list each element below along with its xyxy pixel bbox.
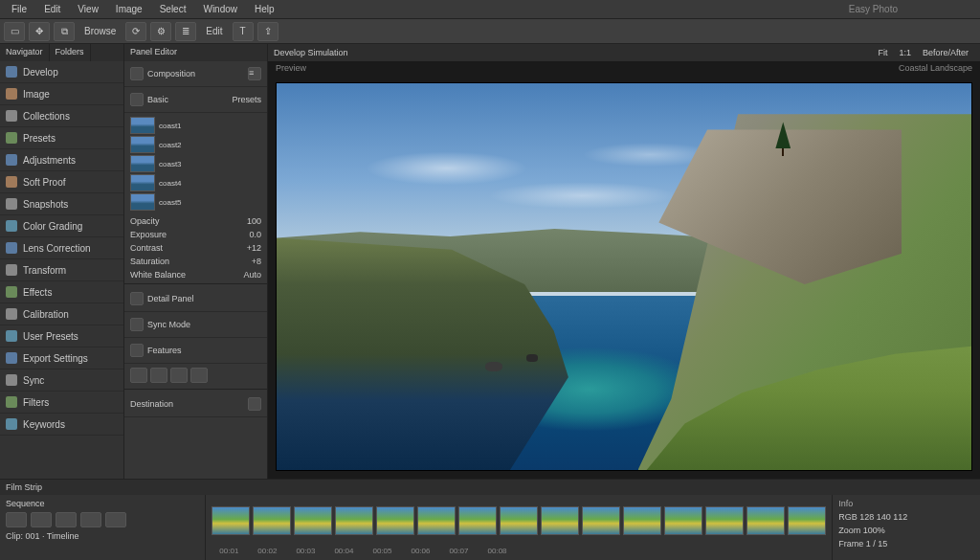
sidebar-item-user-presets[interactable]: User Presets — [0, 325, 123, 347]
timecode-label: 00:07 — [450, 547, 469, 560]
menu-select[interactable]: Select — [152, 2, 194, 16]
sidebar-item-export-settings[interactable]: Export Settings — [0, 347, 123, 370]
prop-row-contrast[interactable]: Contrast+12 — [124, 241, 267, 255]
menubar: File Edit View Image Select Window Help … — [0, 0, 980, 19]
tool-text[interactable]: T — [233, 22, 254, 41]
panel-btn-1[interactable] — [130, 368, 147, 383]
preset-thumb-coast1[interactable] — [130, 117, 155, 134]
tool-export[interactable]: ⇪ — [257, 22, 278, 41]
sidebar-item-develop[interactable]: Develop — [0, 61, 123, 83]
preset-thumb-coast5[interactable] — [130, 193, 155, 211]
filmstrip-frame[interactable] — [788, 506, 826, 535]
sidebar-item-sync[interactable]: Sync — [0, 370, 123, 392]
sidebar-item-soft-proof[interactable]: Soft Proof — [0, 171, 123, 193]
adjust-icon — [6, 154, 17, 166]
seq-grid-button[interactable] — [105, 512, 126, 527]
sidebar-item-snapshots[interactable]: Snapshots — [0, 193, 123, 215]
sidebar-item-image[interactable]: Image — [0, 83, 123, 105]
rock-layer-1 — [485, 362, 502, 371]
tool-layers[interactable]: ≣ — [175, 22, 196, 41]
filmstrip-frame[interactable] — [541, 506, 579, 535]
sidebar-item-calibration[interactable]: Calibration — [0, 303, 123, 325]
preset-thumb-coast4[interactable] — [130, 174, 155, 191]
prop-row-saturation[interactable]: Saturation+8 — [124, 255, 267, 268]
seq-loop-button[interactable] — [80, 512, 101, 527]
sidebar-item-presets[interactable]: Presets — [0, 127, 123, 149]
basic-toggle[interactable] — [130, 93, 144, 106]
filmstrip-frame[interactable] — [623, 506, 661, 535]
sidebar-item-color-grading[interactable]: Color Grading — [0, 215, 123, 237]
filmstrip-frame[interactable] — [376, 506, 414, 535]
tool-hand[interactable]: ✥ — [29, 22, 50, 41]
seq-next-button[interactable] — [56, 512, 77, 527]
filmstrip-frame[interactable] — [253, 506, 291, 535]
sidebar-item-label: Effects — [23, 287, 52, 298]
canvas[interactable] — [276, 82, 972, 471]
prop-name: White Balance — [130, 270, 186, 280]
filmstrip-frame[interactable] — [582, 506, 620, 535]
sync-icon[interactable] — [130, 318, 144, 331]
sidebar-item-transform[interactable]: Transform — [0, 259, 123, 281]
menu-edit[interactable]: Edit — [36, 2, 68, 16]
filmstrip-frame[interactable] — [335, 506, 373, 535]
prop-row-white-balance[interactable]: White BalanceAuto — [124, 268, 267, 281]
sidebar-item-lens-correction[interactable]: Lens Correction — [0, 237, 123, 259]
sidebar-item-label: Transform — [23, 265, 66, 276]
toolbar-browse-label[interactable]: Browse — [78, 26, 122, 36]
folder-icon — [6, 110, 17, 122]
viewer-1to1-button[interactable]: 1:1 — [893, 48, 917, 57]
filmstrip-frame[interactable] — [294, 506, 332, 535]
filmstrip-frame[interactable] — [500, 506, 538, 535]
composition-icon[interactable] — [130, 67, 144, 80]
tool-pointer[interactable]: ▭ — [4, 22, 25, 41]
tool-rotate[interactable]: ⟳ — [125, 22, 146, 41]
viewer-preview-tag: Preview — [276, 63, 306, 73]
viewer-fit-button[interactable]: Fit — [872, 48, 893, 57]
viewer-info-label: Coastal Landscape — [899, 63, 972, 73]
filmstrip-frame[interactable] — [212, 506, 250, 535]
presets-label[interactable]: Presets — [232, 95, 261, 104]
detail-panel-icon[interactable] — [130, 292, 144, 305]
sidebar-item-effects[interactable]: Effects — [0, 281, 123, 303]
panel-btn-3[interactable] — [170, 368, 188, 383]
sidebar-item-filters[interactable]: Filters — [0, 392, 123, 414]
prop-row-exposure[interactable]: Exposure0.0 — [124, 228, 267, 241]
destination-menu[interactable] — [248, 397, 261, 411]
viewer: Develop Simulation Fit 1:1 Before/After … — [268, 44, 980, 479]
tree-layer — [775, 122, 791, 156]
filmstrip-frame[interactable] — [664, 506, 702, 535]
preset-thumb-coast2[interactable] — [130, 136, 155, 153]
sidebar-item-adjustments[interactable]: Adjustments — [0, 149, 123, 171]
panel-btn-2[interactable] — [150, 368, 167, 383]
preset-thumb-label: coast4 — [159, 179, 182, 188]
layers-icon: ≣ — [182, 26, 189, 36]
menu-help[interactable]: Help — [247, 2, 282, 16]
sidebar-tab-navigator[interactable]: Navigator — [0, 44, 50, 61]
viewer-compare-button[interactable]: Before/After — [917, 48, 974, 57]
prop-row-opacity[interactable]: Opacity100 — [124, 214, 267, 228]
preset-thumb-coast3[interactable] — [130, 155, 155, 172]
tool-crop[interactable]: ⧉ — [54, 22, 75, 41]
panel-menu-icon[interactable]: ≡ — [248, 67, 261, 80]
sidebar-tab-folders[interactable]: Folders — [50, 44, 91, 61]
sequence-label: Sequence — [6, 499, 199, 512]
menu-image[interactable]: Image — [108, 2, 150, 16]
app-title: Easy Photo — [849, 4, 898, 14]
menu-file[interactable]: File — [4, 2, 34, 16]
filmstrip-frame[interactable] — [458, 506, 497, 535]
seq-play-button[interactable] — [31, 512, 52, 527]
toolbar-edit-label[interactable]: Edit — [200, 26, 228, 36]
sidebar-item-keywords[interactable]: Keywords — [0, 414, 123, 436]
filmstrip-frame[interactable] — [705, 506, 744, 535]
menu-view[interactable]: View — [70, 2, 106, 16]
filmstrip-frame[interactable] — [417, 506, 456, 535]
features-icon[interactable] — [130, 344, 144, 357]
filmstrip[interactable] — [206, 495, 832, 547]
sidebar-item-collections[interactable]: Collections — [0, 105, 123, 127]
timecode-label: 00:03 — [296, 547, 315, 560]
tool-adjust[interactable]: ⚙ — [150, 22, 171, 41]
filmstrip-frame[interactable] — [746, 506, 785, 535]
seq-prev-button[interactable] — [6, 512, 27, 527]
panel-btn-4[interactable] — [190, 368, 208, 383]
menu-window[interactable]: Window — [195, 2, 245, 16]
